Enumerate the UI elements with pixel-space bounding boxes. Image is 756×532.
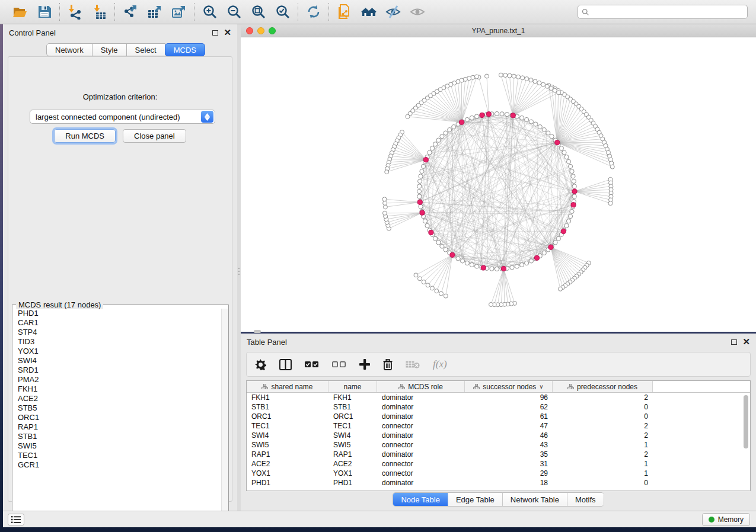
table-row[interactable]: SWI4SWI4dominator462 [247, 431, 750, 440]
close-panel-button[interactable]: Close panel [123, 129, 186, 143]
table-row[interactable]: PHD1PHD1dominator180 [247, 478, 750, 488]
import-network-icon[interactable] [67, 4, 83, 20]
float-panel-icon[interactable] [731, 339, 737, 345]
column-header-shared-name[interactable]: shared name [247, 381, 328, 392]
close-panel-icon[interactable]: ✕ [742, 339, 750, 345]
select-all-icon[interactable] [305, 357, 319, 371]
memory-button[interactable]: Memory [702, 513, 750, 526]
mcds-result-item[interactable]: FKH1 [13, 384, 222, 394]
mcds-result-item[interactable]: ORC1 [13, 413, 222, 422]
mcds-result-item[interactable]: TID3 [13, 337, 222, 347]
table-row[interactable]: YOX1YOX1connector291 [247, 469, 750, 478]
toolbar-group-export [115, 4, 194, 20]
apply-layout-refresh-icon[interactable] [305, 4, 321, 20]
cell-predecessor-nodes: 2 [553, 431, 653, 440]
delete-column-icon[interactable] [383, 357, 393, 371]
zoom-selected-icon[interactable] [275, 4, 291, 20]
mcds-result-item[interactable]: PHD1 [13, 309, 222, 318]
deselect-all-icon[interactable] [332, 357, 346, 371]
task-history-button[interactable] [8, 514, 24, 525]
mcds-result-item[interactable]: ACE2 [13, 394, 222, 403]
settings-gear-icon[interactable] [255, 357, 266, 371]
column-header-successor-nodes[interactable]: successor nodes∨ [465, 381, 553, 392]
export-network-icon[interactable] [122, 4, 138, 20]
float-panel-icon[interactable] [212, 30, 218, 36]
mcds-result-item[interactable]: SRD1 [13, 366, 222, 375]
tab-node-table[interactable]: Node Table [393, 493, 448, 506]
column-header-predecessor-nodes[interactable]: predecessor nodes [553, 381, 653, 392]
network-view-canvas[interactable] [241, 37, 756, 331]
table-row[interactable]: FKH1FKH1dominator962 [247, 393, 750, 402]
criterion-dropdown[interactable]: largest connected component (undirected) [30, 110, 215, 124]
tab-motifs[interactable]: Motifs [567, 493, 604, 506]
table-row[interactable]: SWI5SWI5connector431 [247, 440, 750, 450]
table-row[interactable]: ACE2ACE2connector311 [247, 459, 750, 469]
column-header-MCDS-role[interactable]: MCDS role [377, 381, 465, 392]
tab-select[interactable]: Select [126, 43, 165, 56]
cell-shared-name: SWI5 [247, 440, 328, 450]
toolbar-group-file [5, 4, 59, 20]
mcds-result-item[interactable]: TEC1 [13, 451, 222, 460]
table-row[interactable]: STB1STB1dominator620 [247, 402, 750, 412]
cell-shared-name: ACE2 [247, 459, 328, 469]
cell-successor-nodes: 96 [465, 393, 553, 402]
mcds-result-item[interactable]: STB1 [13, 432, 222, 441]
mcds-result-item[interactable]: STP4 [13, 328, 222, 337]
tab-network[interactable]: Network [46, 43, 92, 56]
show-all-icon[interactable] [409, 4, 425, 20]
search-input[interactable] [592, 8, 744, 16]
desktop-wallpaper: Control Panel ✕ NetworkStyleSelectMCDS O… [0, 0, 756, 532]
save-session-icon[interactable] [36, 4, 52, 20]
add-column-icon[interactable] [359, 357, 370, 371]
mcds-result-item[interactable]: SWI4 [13, 356, 222, 366]
export-image-icon[interactable] [171, 4, 187, 20]
cell-name: SWI4 [328, 431, 377, 440]
tab-mcds[interactable]: MCDS [165, 43, 205, 56]
table-row[interactable]: ORC1ORC1dominator610 [247, 412, 750, 421]
export-table-icon[interactable] [146, 4, 162, 20]
cell-name: PHD1 [328, 478, 377, 488]
cell-successor-nodes: 62 [465, 402, 553, 412]
import-table-icon[interactable] [91, 4, 107, 20]
run-mcds-button[interactable]: Run MCDS [54, 129, 116, 143]
mcds-result-list[interactable]: PHD1CAR1STP4TID3YOX1SWI4SRD1PMA2FKH1ACE2… [13, 309, 222, 521]
mcds-result-item[interactable]: YOX1 [13, 347, 222, 356]
zoom-in-icon[interactable] [202, 4, 218, 20]
hide-selected-icon[interactable] [385, 4, 401, 20]
node-table-header: shared namenameMCDS rolesuccessor nodes∨… [247, 381, 750, 393]
node-table-body: FKH1FKH1dominator962STB1STB1dominator620… [247, 393, 750, 488]
hierarchy-icon [398, 383, 405, 391]
table-tabs: Node TableEdge TableNetwork TableMotifs [393, 492, 604, 507]
table-scrollbar[interactable] [744, 395, 748, 489]
mcds-result-item[interactable]: STB5 [13, 403, 222, 413]
close-panel-icon[interactable]: ✕ [224, 30, 231, 36]
table-panel-title: Table Panel [247, 338, 287, 347]
toolbar-group-import [60, 4, 114, 20]
table-row[interactable]: RAP1RAP1dominator352 [247, 450, 750, 459]
tab-network-table[interactable]: Network Table [502, 493, 567, 506]
cell-name: RAP1 [328, 450, 377, 459]
open-file-icon[interactable] [12, 4, 28, 20]
mcds-result-item[interactable]: SWI5 [13, 441, 222, 451]
mcds-result-item[interactable]: PMA2 [13, 375, 222, 384]
tab-style[interactable]: Style [92, 43, 127, 56]
mcds-result-item[interactable]: RAP1 [13, 422, 222, 432]
table-row[interactable]: TEC1TEC1connector472 [247, 421, 750, 431]
network-window-titlebar[interactable]: YPA_prune.txt_1 [241, 24, 756, 37]
clone-network-icon[interactable] [336, 4, 352, 20]
mcds-result-item[interactable]: CAR1 [13, 318, 222, 328]
search-field[interactable] [578, 5, 748, 19]
mcds-result-item[interactable]: GCR1 [13, 460, 222, 470]
zoom-out-icon[interactable] [226, 4, 242, 20]
control-panel-titlebar: Control Panel ✕ [3, 24, 237, 41]
horizontal-splitter-grip[interactable] [254, 330, 261, 333]
hierarchy-icon [261, 383, 268, 391]
cell-shared-name: RAP1 [247, 450, 328, 459]
mcds-list-scrollbar[interactable] [221, 309, 228, 521]
column-header-name[interactable]: name [328, 381, 377, 392]
table-scrollbar-thumb[interactable] [744, 395, 748, 448]
tab-edge-table[interactable]: Edge Table [448, 493, 502, 506]
zoom-fit-icon[interactable] [250, 4, 266, 20]
columns-icon[interactable] [279, 357, 292, 371]
first-neighbors-icon[interactable] [361, 4, 377, 20]
